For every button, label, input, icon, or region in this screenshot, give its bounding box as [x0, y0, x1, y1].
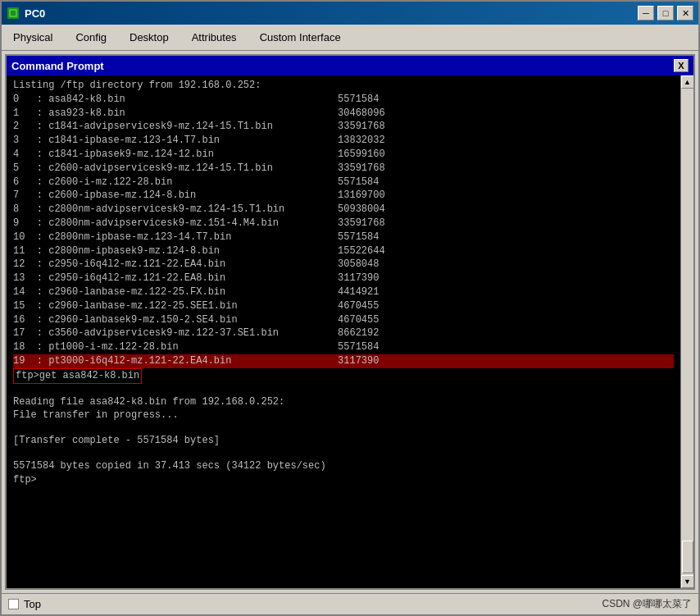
- bottom-left: Top: [8, 598, 41, 610]
- cmd-title-bar: Command Prompt X: [7, 56, 693, 75]
- cmd-line: 15 : c2960-lanbase-mz.122-25.SEE1.bin 46…: [13, 299, 674, 313]
- cmd-body: Listing /ftp directory from 192.168.0.25…: [7, 75, 680, 588]
- content-area: Command Prompt X Listing /ftp directory …: [2, 51, 698, 593]
- cmd-line: 13 : c2950-i6q4l2-mz.121-22.EA8.bin 3117…: [13, 271, 674, 285]
- cmd-line: 8 : c2800nm-advipservicesk9-mz.124-15.T1…: [13, 203, 674, 217]
- top-label: Top: [24, 598, 41, 610]
- svg-rect-2: [11, 11, 16, 16]
- title-bar: PC0 ─ □ ✕: [2, 2, 698, 25]
- bottom-bar: Top CSDN @哪哪太菜了: [2, 593, 698, 614]
- cmd-line: File transfer in progress...: [13, 408, 674, 422]
- cmd-title-text: Command Prompt: [11, 60, 104, 72]
- ftp-prompt: ftp>get asa842-k8.bin: [13, 368, 142, 384]
- cmd-line: 17 : c3560-advipservicesk9-mz.122-37.SE1…: [13, 326, 674, 340]
- cmd-line: 18 : pt1000-i-mz.122-28.bin 5571584: [13, 340, 674, 354]
- cmd-input-line: ftp>get asa842-k8.bin: [13, 368, 674, 384]
- menu-physical[interactable]: Physical: [2, 28, 64, 47]
- cmd-line: 14 : c2960-lanbase-mz.122-25.FX.bin 4414…: [13, 285, 674, 299]
- top-checkbox[interactable]: [8, 599, 19, 609]
- main-window: PC0 ─ □ ✕ Physical Config Desktop Attrib…: [0, 0, 700, 616]
- cmd-line: 1 : asa923-k8.bin 30468096: [13, 107, 674, 121]
- cmd-window: Command Prompt X Listing /ftp directory …: [5, 54, 695, 590]
- cmd-line: 11 : c2800nm-ipbasek9-mz.124-8.bin 15522…: [13, 244, 674, 258]
- cmd-line: 6 : c2600-i-mz.122-28.bin 5571584: [13, 176, 674, 189]
- window-controls: ─ □ ✕: [638, 6, 693, 21]
- cmd-line: 4 : c1841-ipbasek9-mz.124-12.bin 1659916…: [13, 148, 674, 162]
- cmd-line: 7 : c2600-ipbase-mz.124-8.bin 13169700: [13, 189, 674, 203]
- scrollbar-thumb[interactable]: [682, 541, 693, 573]
- cmd-scroll-area: Listing /ftp directory from 192.168.0.25…: [7, 75, 693, 588]
- maximize-button[interactable]: □: [657, 6, 674, 21]
- cmd-line: 3 : c1841-ipbase-mz.123-14.T7.bin 138320…: [13, 134, 674, 148]
- minimize-button[interactable]: ─: [638, 6, 654, 21]
- scrollbar[interactable]: ▲ ▼: [680, 75, 693, 588]
- watermark: CSDN @哪哪太菜了: [602, 597, 692, 611]
- window-title: PC0: [25, 7, 638, 20]
- cmd-line-ftp-prompt: ftp>: [13, 473, 674, 487]
- cmd-line: Reading file asa842-k8.bin from 192.168.…: [13, 395, 674, 409]
- cmd-line: 5571584 bytes copied in 37.413 secs (341…: [13, 459, 674, 473]
- cmd-close-button[interactable]: X: [674, 59, 689, 72]
- cmd-line: 12 : c2950-i6q4l2-mz.121-22.EA4.bin 3058…: [13, 258, 674, 271]
- cmd-line: 0 : asa842-k8.bin 5571584: [13, 93, 674, 107]
- cmd-line: 10 : c2800nm-ipbase-mz.123-14.T7.bin 557…: [13, 230, 674, 244]
- menu-bar: Physical Config Desktop Attributes Custo…: [2, 25, 698, 51]
- cmd-line: Listing /ftp directory from 192.168.0.25…: [13, 79, 674, 93]
- cmd-line: 5 : c2600-advipservicesk9-mz.124-15.T1.b…: [13, 162, 674, 176]
- cmd-line-highlighted: 19 : pt3000-i6q4l2-mz.121-22.EA4.bin 311…: [13, 354, 674, 368]
- cmd-line: [Transfer complete - 5571584 bytes]: [13, 434, 674, 448]
- menu-desktop[interactable]: Desktop: [118, 28, 180, 47]
- scrollbar-up-button[interactable]: ▲: [681, 75, 694, 89]
- scrollbar-down-button[interactable]: ▼: [681, 575, 694, 588]
- close-button[interactable]: ✕: [677, 6, 693, 21]
- menu-config[interactable]: Config: [64, 28, 118, 47]
- window-icon: [7, 7, 20, 20]
- cmd-line: 2 : c1841-advipservicesk9-mz.124-15.T1.b…: [13, 120, 674, 134]
- menu-custom-interface[interactable]: Custom Interface: [248, 28, 352, 47]
- cmd-line: 9 : c2800nm-advipservicesk9-mz.151-4.M4.…: [13, 217, 674, 230]
- menu-attributes[interactable]: Attributes: [180, 28, 248, 47]
- cmd-line: 16 : c2960-lanbasek9-mz.150-2.SE4.bin 46…: [13, 313, 674, 327]
